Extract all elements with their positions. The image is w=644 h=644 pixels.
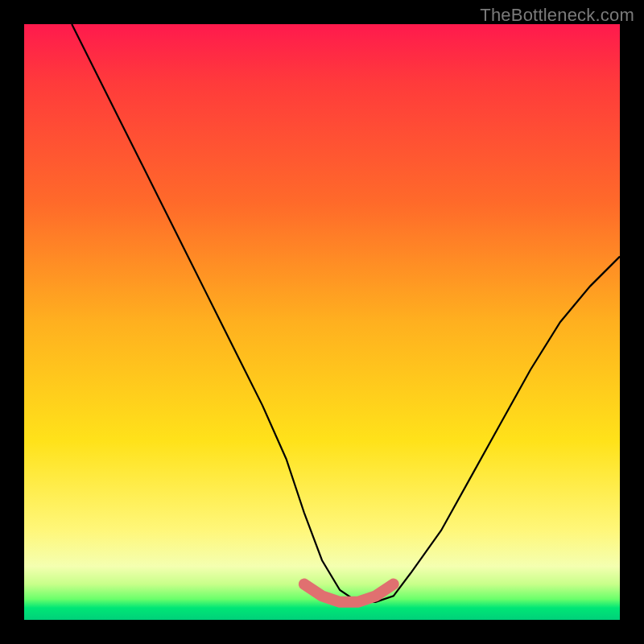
watermark-text: TheBottleneck.com xyxy=(480,5,634,26)
main-curve xyxy=(72,24,620,602)
plot-area xyxy=(24,24,620,620)
chart-frame: TheBottleneck.com xyxy=(0,0,644,644)
bottom-highlight xyxy=(304,584,394,602)
curve-layer xyxy=(24,24,620,620)
